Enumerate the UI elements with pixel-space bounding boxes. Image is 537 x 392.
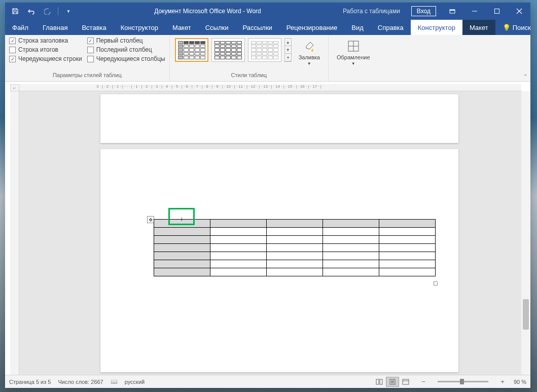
tab-review[interactable]: Рецензирование (279, 20, 344, 35)
table-style-1[interactable] (175, 38, 208, 62)
tab-help[interactable]: Справка (371, 20, 411, 35)
table-styles-more[interactable]: ▲▼▾ (284, 38, 292, 62)
svg-rect-8 (380, 379, 382, 384)
tab-view[interactable]: Вид (344, 20, 371, 35)
zoom-slider[interactable] (438, 381, 488, 382)
table-row[interactable] (154, 244, 436, 252)
table-row[interactable] (154, 228, 436, 236)
group-label-styles: Стили таблиц (174, 72, 324, 80)
vertical-ruler[interactable] (10, 91, 19, 375)
tab-mailings[interactable]: Рассылки (235, 20, 279, 35)
borders-button[interactable]: Обрамление ▼ (333, 37, 374, 68)
chevron-down-icon: ▼ (307, 61, 311, 66)
table-row[interactable] (154, 268, 436, 276)
tab-table-constructor[interactable]: Конструктор (411, 20, 462, 35)
chk-last-col[interactable]: Последний столбец (87, 46, 165, 53)
separator (58, 7, 58, 15)
document-table[interactable] (154, 219, 436, 276)
redo-button[interactable] (41, 4, 55, 18)
chk-first-col[interactable]: ✓Первый столбец (87, 37, 165, 44)
login-button[interactable]: Вход (411, 6, 436, 16)
view-mode-buttons (373, 377, 412, 387)
group-label-options: Параметры стилей таблиц (9, 72, 165, 80)
shading-button[interactable]: Заливка ▼ (295, 37, 324, 68)
view-read-button[interactable] (373, 377, 386, 387)
table-row[interactable] (154, 236, 436, 244)
zoom-level[interactable]: 90 % (514, 379, 526, 385)
vertical-scrollbar[interactable] (521, 91, 530, 375)
status-page[interactable]: Страница 5 из 5 (9, 379, 51, 385)
zoom-in-button[interactable]: + (498, 378, 507, 386)
titlebar: ▼ Документ Microsoft Office Word - Word … (5, 3, 530, 20)
tab-constructor[interactable]: Конструктор (114, 20, 165, 35)
ribbon-tabs: Файл Главная Вставка Конструктор Макет С… (5, 20, 530, 35)
ribbon: ✓Строка заголовка Строка итогов ✓Чередую… (5, 35, 530, 82)
chk-banded-rows[interactable]: ✓Чередующиеся строки (9, 55, 82, 62)
app-window: ▼ Документ Microsoft Office Word - Word … (5, 3, 530, 388)
tab-file[interactable]: Файл (5, 20, 35, 35)
spellcheck-icon[interactable]: 📖 (111, 378, 118, 385)
statusbar: Страница 5 из 5 Число слов: 2667 📖 русск… (5, 375, 530, 388)
bucket-icon (302, 39, 316, 53)
context-tab-label: Работа с таблицами (337, 3, 406, 20)
status-word-count[interactable]: Число слов: 2667 (58, 379, 103, 385)
svg-rect-7 (376, 379, 379, 384)
tab-search[interactable]: 💡Поиск (495, 20, 537, 35)
table-resize-handle[interactable] (434, 281, 438, 286)
borders-icon (346, 39, 361, 53)
tab-layout[interactable]: Макет (165, 20, 198, 35)
table-style-3[interactable] (248, 38, 281, 62)
svg-rect-13 (403, 379, 409, 384)
view-print-button[interactable] (386, 377, 399, 387)
search-label: Поиск (513, 24, 531, 31)
quick-access-toolbar: ▼ (5, 4, 79, 18)
chk-header-row[interactable]: ✓Строка заголовка (9, 37, 82, 44)
scrollbar-thumb[interactable] (523, 299, 529, 330)
tab-table-layout[interactable]: Макет (462, 20, 495, 35)
close-button[interactable] (508, 3, 530, 20)
view-web-button[interactable] (399, 377, 412, 387)
ruler-corner[interactable]: ⌐ (10, 84, 19, 91)
tab-references[interactable]: Ссылки (198, 20, 236, 35)
save-button[interactable] (8, 4, 22, 18)
table-style-2[interactable] (211, 38, 245, 62)
group-table-style-options: ✓Строка заголовка Строка итогов ✓Чередую… (5, 35, 170, 81)
page-prev (100, 94, 458, 143)
ribbon-display-button[interactable] (441, 3, 463, 20)
group-borders: Обрамление ▼ (329, 35, 378, 81)
table-row[interactable] (154, 220, 436, 228)
chevron-down-icon: ▼ (351, 61, 355, 66)
table-row[interactable] (154, 252, 436, 260)
window-title: Документ Microsoft Office Word - Word (79, 8, 337, 15)
zoom-out-button[interactable]: − (419, 378, 427, 386)
qat-customize-button[interactable]: ▼ (61, 4, 76, 18)
table-styles-gallery: ▲▼▾ (174, 37, 293, 63)
chk-banded-cols[interactable]: Чередующиеся столбцы (87, 55, 165, 62)
undo-button[interactable] (24, 4, 39, 18)
tab-insert[interactable]: Вставка (75, 20, 113, 35)
tab-home[interactable]: Главная (35, 20, 75, 35)
maximize-button[interactable] (486, 3, 508, 20)
minimize-button[interactable] (463, 3, 486, 20)
table-move-handle[interactable]: ✥ (147, 216, 154, 223)
chk-total-row[interactable]: Строка итогов (9, 46, 82, 53)
svg-rect-1 (450, 10, 455, 11)
status-language[interactable]: русский (125, 379, 145, 385)
collapse-ribbon-button[interactable]: ⌃ (523, 74, 527, 79)
document-area[interactable]: ✥ (19, 91, 521, 375)
group-table-styles: ▲▼▾ Заливка ▼ Стили таблиц (170, 35, 329, 81)
table-row[interactable] (154, 260, 436, 268)
lightbulb-icon: 💡 (503, 24, 511, 31)
zoom-slider-thumb[interactable] (460, 379, 464, 384)
svg-rect-3 (495, 9, 499, 14)
horizontal-ruler[interactable]: 3 · | · 2 · | · 1 · | · · · | · 1 · | · … (19, 84, 521, 91)
